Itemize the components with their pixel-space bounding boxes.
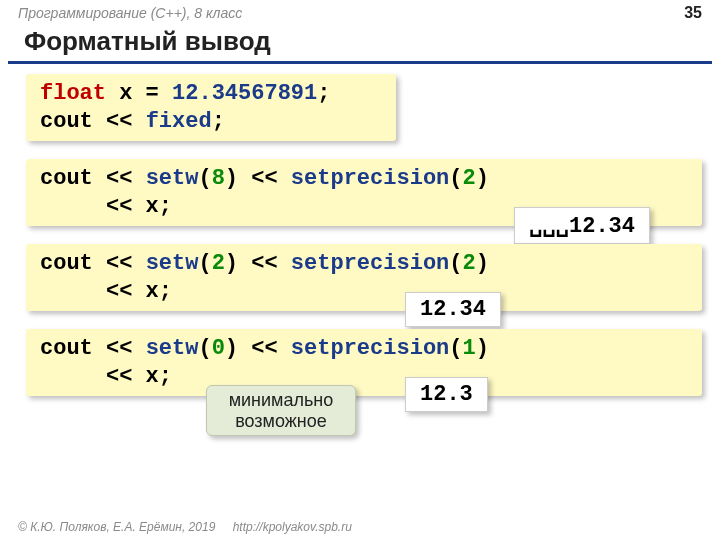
footer-link: http://kpolyakov.spb.ru xyxy=(233,520,352,534)
code-block-1: float x = 12.34567891; cout << fixed; xyxy=(0,74,720,141)
codebox-init: float x = 12.34567891; cout << fixed; xyxy=(26,74,396,141)
code-block-4: cout << setw(0) << setprecision(1) << x;… xyxy=(0,329,720,396)
footer: © К.Ю. Поляков, Е.А. Ерёмин, 2019 http:/… xyxy=(18,520,352,534)
code-block-2: cout << setw(8) << setprecision(2) << x;… xyxy=(0,159,720,226)
page-number: 35 xyxy=(684,4,702,22)
output-3: 12.3 xyxy=(405,377,488,412)
codebox-3: cout << setw(2) << setprecision(2) << x; xyxy=(26,244,702,311)
course-label: Программирование (С++), 8 класс xyxy=(18,5,242,21)
copyright: © К.Ю. Поляков, Е.А. Ерёмин, 2019 xyxy=(18,520,215,534)
title-rule xyxy=(8,61,712,64)
output-2: 12.34 xyxy=(405,292,501,327)
page-title: Форматный вывод xyxy=(0,24,720,61)
note-min: минимально возможное xyxy=(206,385,356,436)
header: Программирование (С++), 8 класс 35 xyxy=(0,0,720,24)
output-1: ␣␣␣12.34 xyxy=(514,207,650,244)
codebox-4: cout << setw(0) << setprecision(1) << x; xyxy=(26,329,702,396)
code-block-3: cout << setw(2) << setprecision(2) << x;… xyxy=(0,244,720,311)
